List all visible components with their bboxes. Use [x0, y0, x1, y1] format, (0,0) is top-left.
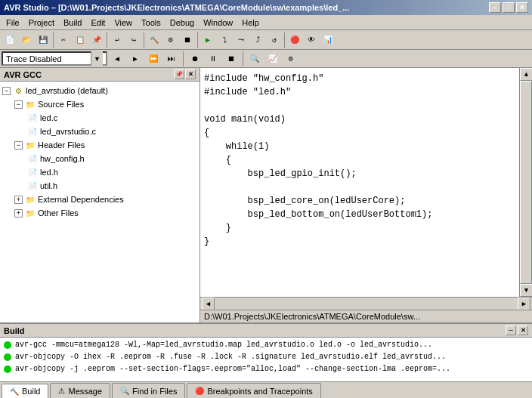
trace-sep-1	[183, 51, 184, 66]
trace-sep-2	[243, 51, 243, 66]
menu-project[interactable]: Project	[24, 17, 59, 29]
avr-panel-header-buttons: 📌 ✕	[174, 69, 196, 79]
tree-file-util-h[interactable]: 📄 util.h	[2, 179, 197, 193]
external-folder-icon: 📁	[24, 193, 36, 205]
menu-file[interactable]: File	[2, 17, 24, 29]
menu-edit[interactable]: Edit	[86, 17, 110, 29]
rebuild-button[interactable]: ⚙	[162, 32, 179, 48]
scroll-thumb[interactable]	[520, 81, 532, 284]
trace-tb-btn-3[interactable]: ⏩	[145, 51, 162, 67]
tree-root[interactable]: − ⚙ led_avrstudio (default)	[2, 84, 197, 97]
trace-tb-btn-10[interactable]: ⚙	[283, 51, 299, 67]
breakpoint-button[interactable]: 🔴	[286, 32, 303, 48]
stop-button[interactable]: ⏹	[179, 32, 196, 48]
step-out-button[interactable]: ⤴	[249, 32, 266, 48]
tab-breakpoints[interactable]: 🔴 Breakpoints and Tracepoints	[187, 383, 320, 398]
save-button[interactable]: 💾	[35, 32, 51, 48]
tree-expand-root[interactable]: −	[2, 87, 11, 95]
vertical-scrollbar[interactable]: ▲ ▼	[519, 68, 532, 297]
tree-file-led-h[interactable]: 📄 led.h	[2, 165, 197, 179]
tab-build[interactable]: 🔨 Build	[2, 384, 48, 398]
trace-dropdown-arrow[interactable]: ▼	[91, 51, 103, 66]
content-wrapper: AVR GCC 📌 ✕ − ⚙ led_avrstudio (default) …	[0, 68, 532, 398]
tree-expand-other[interactable]: +	[14, 209, 23, 218]
trace-tb-btn-6[interactable]: ⏸	[205, 51, 221, 67]
tree-file-led-c[interactable]: 📄 led.c	[2, 111, 197, 125]
tree-file-hw-config-h[interactable]: 📄 hw_config.h	[2, 152, 197, 165]
tree-folder-source[interactable]: − 📁 Source Files	[2, 97, 197, 111]
trace-tb-btn-9[interactable]: 📈	[264, 51, 281, 67]
tree-folder-header[interactable]: − 📁 Header Files	[2, 138, 197, 152]
tree-folder-external[interactable]: + 📁 External Dependencies	[2, 193, 197, 206]
scroll-left-arrow[interactable]: ◀	[202, 298, 215, 310]
step-into-button[interactable]: ⤵	[216, 32, 233, 48]
build-button[interactable]: 🔨	[146, 32, 162, 48]
scroll-down-arrow[interactable]: ▼	[520, 284, 532, 297]
menu-tools[interactable]: Tools	[137, 17, 165, 29]
close-button[interactable]: ✕	[516, 2, 528, 13]
avr-panel-header: AVR GCC 📌 ✕	[0, 68, 200, 82]
trace-tb-btn-4[interactable]: ⏭	[163, 51, 180, 67]
trace-tb-btn-2[interactable]: ▶	[127, 51, 144, 67]
undo-button[interactable]: ↩	[109, 32, 125, 48]
paste-button[interactable]: 📌	[88, 32, 105, 48]
trace-tb-btn-7[interactable]: ⏹	[223, 51, 240, 67]
build-dot-2	[4, 353, 11, 361]
trace-dropdown[interactable]: Trace Disabled ▼	[2, 51, 107, 66]
tree-root-label: led_avrstudio (default)	[26, 86, 108, 95]
step-over-button[interactable]: ⤳	[233, 32, 249, 48]
menu-help[interactable]: Help	[237, 17, 264, 29]
tree-file-led-avrstudio-c[interactable]: 📄 led_avrstudio.c	[2, 125, 197, 138]
run-button[interactable]: ▶	[200, 32, 216, 48]
copy-button[interactable]: 📋	[72, 32, 88, 48]
tree-expand-external[interactable]: +	[14, 196, 23, 204]
title-text: AVR Studio – [D:\W01.Projects\JKElectron…	[4, 3, 349, 12]
build-panel-float-button[interactable]: ─	[506, 325, 516, 335]
build-panel-close-button[interactable]: ✕	[518, 325, 528, 335]
scroll-right-arrow[interactable]: ▶	[518, 298, 530, 310]
file-icon-util-h: 📄	[26, 180, 39, 192]
new-button[interactable]: 📄	[2, 32, 18, 48]
code-content[interactable]: #include "hw_config.h" #include "led.h" …	[200, 68, 519, 297]
toolbar-sep-2	[107, 32, 107, 48]
cut-button[interactable]: ✂	[55, 32, 72, 48]
tree-expand-source[interactable]: −	[14, 100, 23, 109]
build-line-2: avr-objcopy -O ihex -R .eeprom -R .fuse …	[4, 351, 528, 363]
menu-debug[interactable]: Debug	[165, 17, 199, 29]
title-bar-buttons: − □ ✕	[489, 2, 528, 13]
file-icon-led-avrstudio-c: 📄	[26, 125, 39, 137]
build-output: avr-gcc -mmcu=atmega128 -Wl,-Map=led_avr…	[0, 338, 532, 381]
project-tree: − ⚙ led_avrstudio (default) − 📁 Source F…	[0, 82, 200, 322]
tab-find-in-files[interactable]: 🔍 Find in Files	[112, 383, 185, 398]
menu-window[interactable]: Window	[199, 17, 237, 29]
trace-tb-btn-8[interactable]: 🔍	[246, 51, 263, 67]
tab-message[interactable]: ⚠ Message	[50, 383, 110, 398]
toolbar-sep-1	[53, 32, 54, 48]
open-button[interactable]: 📂	[18, 32, 35, 48]
watch-button[interactable]: 👁	[303, 32, 320, 48]
trace-tb-btn-1[interactable]: ◀	[109, 51, 125, 67]
build-dot-1	[4, 341, 11, 349]
registers-button[interactable]: 📊	[320, 32, 336, 48]
trace-tb-btn-5[interactable]: ⏺	[187, 51, 203, 67]
scroll-up-arrow[interactable]: ▲	[520, 68, 532, 81]
tree-folder-other[interactable]: + 📁 Other Files	[2, 206, 197, 220]
minimize-button[interactable]: −	[489, 2, 501, 13]
other-folder-icon: 📁	[24, 207, 36, 219]
build-panel: Build ─ ✕ avr-gcc -mmcu=atmega128 -Wl,-M…	[0, 322, 532, 398]
menu-view[interactable]: View	[110, 17, 137, 29]
build-header-buttons: ─ ✕	[506, 325, 528, 335]
reset-button[interactable]: ↺	[266, 32, 283, 48]
avr-panel-pin-button[interactable]: 📌	[174, 69, 184, 79]
header-folder-icon: 📁	[24, 139, 36, 151]
avr-gcc-panel: AVR GCC 📌 ✕ − ⚙ led_avrstudio (default) …	[0, 68, 200, 322]
maximize-button[interactable]: □	[503, 2, 515, 13]
avr-panel-close-button[interactable]: ✕	[185, 69, 196, 79]
build-panel-header: Build ─ ✕	[0, 324, 532, 338]
tree-util-h-label: util.h	[40, 181, 57, 190]
menu-build[interactable]: Build	[59, 17, 86, 29]
redo-button[interactable]: ↪	[125, 32, 142, 48]
tree-expand-header[interactable]: −	[14, 141, 23, 150]
horizontal-scrollbar[interactable]: ◀ ▶	[200, 297, 532, 310]
tree-other-label: Other Files	[38, 208, 79, 218]
